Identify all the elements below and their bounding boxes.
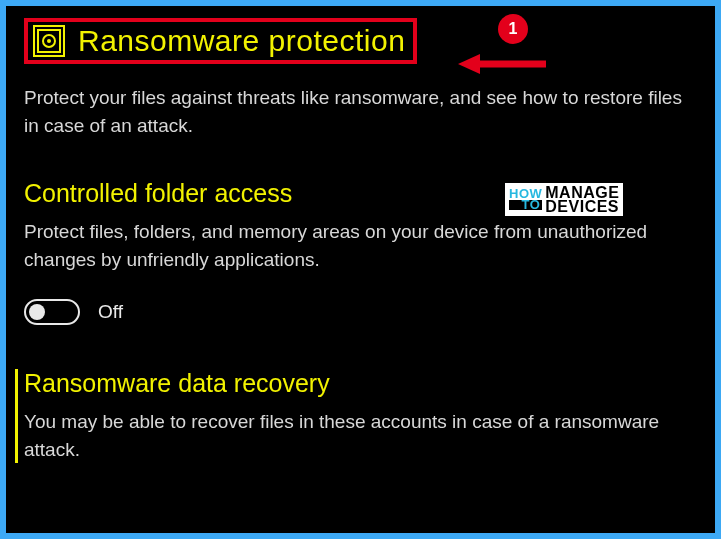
controlled-folder-access-toggle-label: Off: [98, 301, 123, 323]
watermark-devices: DEVICES: [545, 200, 619, 214]
page-content: 1 Ransomware protection Protect your fil…: [6, 6, 715, 487]
watermark-right: MANAGE DEVICES: [545, 186, 619, 213]
ransomware-data-recovery-section: Ransomware data recovery You may be able…: [15, 369, 697, 463]
watermark-to: TO: [509, 200, 542, 211]
svg-point-5: [47, 39, 51, 43]
page-title-row: Ransomware protection: [24, 18, 417, 64]
ransomware-data-recovery-description: You may be able to recover files in thes…: [24, 408, 684, 463]
annotation-arrow-icon: [458, 52, 548, 76]
watermark-logo: HOW TO MANAGE DEVICES: [504, 182, 624, 217]
controlled-folder-access-toggle-row: Off: [24, 299, 697, 325]
watermark-left: HOW TO: [509, 189, 542, 210]
toggle-knob: [29, 304, 45, 320]
page-title: Ransomware protection: [78, 24, 405, 58]
page-description: Protect your files against threats like …: [24, 84, 684, 139]
ransomware-data-recovery-heading: Ransomware data recovery: [24, 369, 697, 398]
ransomware-shield-icon: [32, 24, 66, 58]
controlled-folder-access-description: Protect files, folders, and memory areas…: [24, 218, 684, 273]
controlled-folder-access-toggle[interactable]: [24, 299, 80, 325]
svg-marker-1: [458, 54, 480, 74]
window-frame: 1 Ransomware protection Protect your fil…: [0, 0, 721, 539]
annotation-step-badge: 1: [498, 14, 528, 44]
